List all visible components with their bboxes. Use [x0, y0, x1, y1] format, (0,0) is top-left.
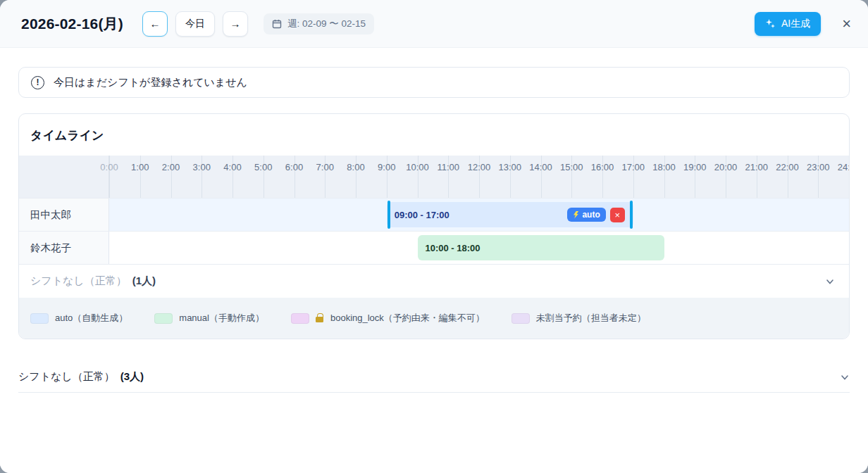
- legend-item: manual（手動作成）: [154, 312, 264, 324]
- hour-tick: [849, 156, 850, 198]
- row-track[interactable]: 10:00 - 18:00: [109, 232, 849, 264]
- hour-label: 20:00: [714, 162, 738, 172]
- hour-label: 18:00: [652, 162, 676, 172]
- timeline-card: タイムライン 0:001:002:003:004:005:006:007:008…: [18, 113, 850, 339]
- legend-item: 未割当予約（担当者未定）: [512, 312, 646, 324]
- hour-label: 9:00: [378, 162, 395, 172]
- week-range-label: 週: 02-09 〜 02-15: [287, 18, 366, 30]
- shift-time-label: 10:00 - 18:00: [426, 243, 480, 253]
- auto-badge-label: auto: [582, 210, 600, 220]
- hour-header-label-column: [19, 156, 109, 198]
- page-title: 2026-02-16(月): [21, 14, 123, 34]
- week-range-badge: 週: 02-09 〜 02-15: [264, 13, 374, 34]
- hour-grid: 0:001:002:003:004:005:006:007:008:009:00…: [109, 156, 849, 198]
- hour-label: 0:00: [100, 162, 118, 172]
- legend-swatch: [154, 313, 173, 324]
- timeline-rows: 田中太郎09:00 - 17:00auto×鈴木花子10:00 - 18:00: [19, 198, 849, 264]
- timeline-title: タイムライン: [19, 114, 849, 156]
- hour-label: 17:00: [621, 162, 645, 172]
- legend-label: booking_lock（予約由来・編集不可）: [330, 312, 485, 324]
- sparkles-icon: [765, 18, 776, 29]
- chevron-down-icon: [840, 372, 850, 382]
- hour-label: 4:00: [223, 162, 241, 172]
- legend-swatch: [512, 313, 530, 324]
- hour-label: 13:00: [498, 162, 521, 172]
- arrow-right-icon: →: [230, 18, 241, 30]
- shift-actions: auto×: [567, 208, 624, 222]
- collapsed-section-outer[interactable]: シフトなし（正常） (3人): [18, 362, 850, 393]
- auto-badge: auto: [567, 208, 605, 222]
- ai-generate-label: AI生成: [781, 18, 810, 30]
- legend-swatch: [291, 313, 309, 324]
- notice-text: 今日はまだシフトが登録されていません: [54, 76, 247, 89]
- hour-label: 11:00: [437, 162, 459, 172]
- hour-label: 8:00: [347, 162, 364, 172]
- ai-generate-button[interactable]: AI生成: [755, 12, 821, 36]
- shift-legend: auto（自動生成）manual（手動作成）booking_lock（予約由来・…: [19, 298, 849, 339]
- chevron-down-icon: [825, 277, 835, 286]
- today-button[interactable]: 今日: [175, 11, 215, 37]
- hour-label: 2:00: [162, 162, 180, 172]
- modal-header: 2026-02-16(月) ← 今日 → 週: 02-09 〜 02-15 AI…: [0, 0, 868, 48]
- hour-label: 3:00: [193, 162, 211, 172]
- hour-label: 6:00: [285, 162, 303, 172]
- shift-block-manual[interactable]: 10:00 - 18:00: [418, 235, 664, 260]
- hour-label: 22:00: [776, 162, 799, 172]
- resize-handle-right[interactable]: [630, 201, 633, 229]
- hour-header: 0:001:002:003:004:005:006:007:008:009:00…: [19, 156, 849, 198]
- close-icon[interactable]: ×: [842, 16, 851, 32]
- legend-swatch: [30, 313, 49, 324]
- hour-label: 14:00: [529, 162, 552, 172]
- legend-label: auto（自動生成）: [55, 312, 128, 324]
- shift-block-auto[interactable]: 09:00 - 17:00auto×: [387, 202, 633, 227]
- shift-day-modal: 2026-02-16(月) ← 今日 → 週: 02-09 〜 02-15 AI…: [0, 0, 868, 473]
- hour-label: 15:00: [560, 162, 583, 172]
- shift-time-label: 09:00 - 17:00: [395, 210, 450, 220]
- hour-label: 1:00: [131, 162, 149, 172]
- legend-item: auto（自動生成）: [30, 312, 128, 324]
- legend-label: manual（手動作成）: [179, 312, 264, 324]
- delete-shift-button[interactable]: ×: [610, 208, 625, 222]
- hour-label: 7:00: [316, 162, 334, 172]
- legend-label: 未割当予約（担当者未定）: [536, 312, 646, 324]
- calendar-icon: [272, 19, 282, 29]
- lightning-icon: [573, 211, 578, 219]
- legend-item: booking_lock（予約由来・編集不可）: [291, 312, 485, 324]
- timeline-row: 田中太郎09:00 - 17:00auto×: [19, 198, 849, 231]
- hour-label: 16:00: [591, 162, 614, 172]
- info-icon: !: [31, 76, 44, 89]
- no-shift-notice: ! 今日はまだシフトが登録されていません: [18, 67, 850, 98]
- date-nav: ← 今日 →: [142, 11, 248, 37]
- modal-body: ! 今日はまだシフトが登録されていません タイムライン 0:001:002:00…: [0, 48, 868, 473]
- staff-name: 鈴木花子: [19, 232, 109, 264]
- bottom-section-count: (3人): [120, 370, 144, 384]
- timeline-row: 鈴木花子10:00 - 18:00: [19, 231, 849, 264]
- hour-label: 5:00: [254, 162, 272, 172]
- hour-label: 19:00: [683, 162, 707, 172]
- hour-label: 24:00: [838, 162, 850, 172]
- staff-name: 田中太郎: [19, 198, 109, 231]
- collapsed-section-inner[interactable]: シフトなし（正常） (1人): [19, 264, 849, 298]
- resize-handle-left[interactable]: [388, 201, 390, 229]
- lock-icon: [316, 317, 323, 322]
- prev-day-button[interactable]: ←: [142, 11, 168, 37]
- hour-label: 10:00: [406, 162, 429, 172]
- collapsed-section-label: シフトなし（正常）: [30, 275, 127, 288]
- hour-label: 21:00: [745, 162, 768, 172]
- arrow-left-icon: ←: [150, 18, 161, 30]
- next-day-button[interactable]: →: [223, 11, 248, 37]
- collapsed-section-count: (1人): [132, 275, 156, 288]
- hour-label: 12:00: [468, 162, 491, 172]
- bottom-section-label: シフトなし（正常）: [18, 370, 115, 384]
- row-track[interactable]: 09:00 - 17:00auto×: [109, 198, 849, 231]
- hour-label: 23:00: [807, 162, 830, 172]
